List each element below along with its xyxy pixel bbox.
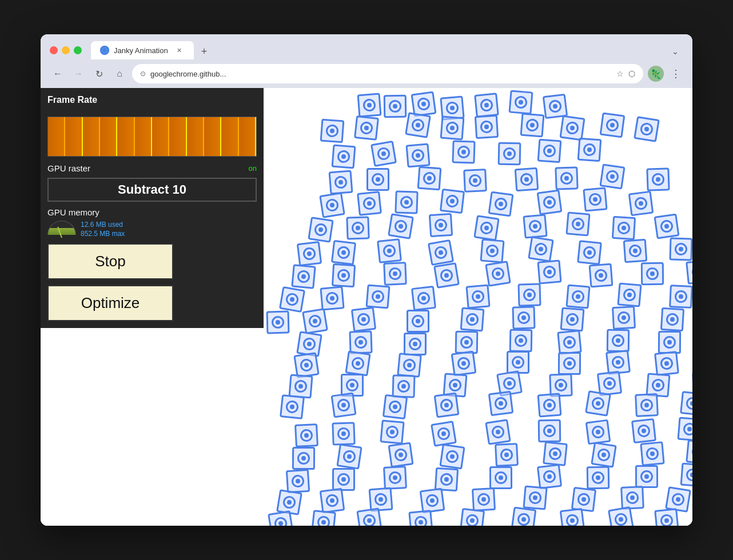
- chrome-icon-10: [440, 116, 465, 141]
- chrome-icon-78: [351, 307, 376, 332]
- chrome-icon-59: [383, 262, 407, 286]
- bar-4: [100, 117, 117, 156]
- frame-rate-chart: 14.4 fps: [47, 117, 257, 157]
- bar-7: [152, 117, 169, 156]
- chrome-icon-118: [330, 392, 356, 418]
- chrome-icon-68: [365, 284, 390, 309]
- svg-point-1: [103, 49, 106, 52]
- tab-title: Janky Animation: [114, 46, 168, 55]
- chrome-icon-127: [332, 422, 355, 445]
- home-button[interactable]: ⌂: [111, 66, 128, 82]
- chrome-icon-133: [631, 418, 656, 443]
- chrome-icon-15: [634, 116, 660, 142]
- chrome-icon-117: [280, 394, 305, 419]
- chrome-icon-130: [485, 419, 511, 445]
- chrome-icon-141: [591, 442, 617, 468]
- address-bar[interactable]: ⊙ googlechrome.github... ☆ ⬡: [132, 64, 643, 83]
- tab-favicon: [100, 46, 109, 55]
- bar-3: [83, 117, 100, 156]
- forward-button[interactable]: →: [70, 66, 86, 82]
- chrome-icon-54: [577, 240, 602, 265]
- active-tab[interactable]: Janky Animation ✕: [91, 41, 194, 59]
- bookmark-icon[interactable]: ☆: [616, 69, 624, 78]
- chrome-icon-5: [508, 90, 533, 114]
- chrome-icon-27: [515, 167, 539, 192]
- bar-8: [169, 117, 186, 156]
- chrome-icon-158: [523, 485, 547, 510]
- chrome-icon-52: [480, 238, 504, 263]
- traffic-lights: [50, 46, 82, 54]
- chrome-icon-0: [357, 93, 382, 118]
- chrome-icon-90: [455, 331, 479, 354]
- chrome-icon-170: [608, 506, 634, 526]
- chrome-icon-99: [397, 353, 422, 378]
- gauge-bg: [47, 221, 76, 235]
- memory-max: 852.5 MB max: [81, 230, 125, 238]
- chrome-icon-171: [654, 508, 679, 526]
- chrome-icon-57: [291, 264, 316, 289]
- chrome-icon-149: [537, 464, 562, 489]
- stop-button[interactable]: Stop: [47, 243, 173, 279]
- close-button[interactable]: [50, 46, 58, 54]
- chrome-icon-19: [452, 140, 475, 163]
- chrome-icon-169: [560, 508, 585, 526]
- chrome-icon-76: [266, 311, 290, 334]
- extensions-icon[interactable]: ⬡: [628, 69, 635, 78]
- new-tab-button[interactable]: +: [196, 43, 212, 59]
- chrome-icon-32: [357, 191, 382, 216]
- chrome-icon-145: [332, 468, 355, 491]
- stop-label: Stop: [95, 253, 126, 270]
- tab-dropdown-button[interactable]: ⌄: [667, 43, 683, 59]
- chrome-icon-37: [583, 187, 607, 211]
- chrome-icon-45: [565, 211, 590, 236]
- minimize-button[interactable]: [62, 46, 70, 54]
- chrome-icon-73: [617, 282, 642, 307]
- maximize-button[interactable]: [74, 46, 82, 54]
- chrome-icon-120: [434, 393, 460, 418]
- chrome-icon-62: [537, 259, 561, 284]
- chrome-icon-100: [451, 351, 477, 377]
- frame-rate-title: Frame Rate: [47, 95, 257, 105]
- chrome-icon-50: [377, 238, 402, 263]
- chrome-icon-82: [560, 307, 584, 331]
- nav-bar: ← → ↻ ⌂ ⊙ googlechrome.github... ☆ ⬡ 🦎 ⋮: [41, 59, 692, 88]
- chrome-icon-128: [380, 419, 404, 444]
- reload-button[interactable]: ↻: [91, 66, 107, 82]
- title-bar: Janky Animation ✕ + ⌄: [41, 34, 692, 59]
- profile-avatar[interactable]: 🦎: [648, 66, 664, 82]
- chrome-icon-70: [465, 284, 490, 309]
- chrome-icon-84: [660, 307, 684, 331]
- chrome-icon-71: [517, 283, 541, 306]
- chrome-icon-55: [623, 239, 648, 263]
- chrome-icon-1: [384, 95, 407, 118]
- chrome-icon-143: [686, 439, 692, 465]
- chrome-icon-29: [599, 163, 625, 189]
- chrome-icon-138: [439, 443, 465, 469]
- chrome-icon-44: [523, 214, 547, 238]
- url-text: googlechrome.github...: [150, 70, 612, 78]
- bar-12: [239, 117, 256, 156]
- chrome-icon-167: [460, 508, 485, 526]
- tab-close-button[interactable]: ✕: [175, 46, 184, 55]
- chrome-icon-79: [407, 310, 429, 333]
- chrome-icon-66: [279, 286, 305, 313]
- optimize-button[interactable]: Optimize: [47, 285, 173, 321]
- bar-2: [65, 117, 82, 156]
- chrome-icon-49: [331, 240, 356, 265]
- chrome-icon-18: [405, 143, 430, 167]
- menu-button[interactable]: ⋮: [668, 65, 683, 82]
- chrome-icon-23: [329, 170, 353, 195]
- chrome-icon-136: [336, 443, 362, 469]
- back-button[interactable]: ←: [50, 66, 66, 82]
- bar-10: [204, 117, 221, 156]
- chrome-icon-56: [669, 237, 692, 261]
- chrome-icon-16: [331, 144, 356, 169]
- chrome-icon-9: [405, 112, 431, 138]
- tab-bar: Janky Animation ✕ + ⌄: [91, 41, 683, 59]
- chrome-icon-122: [537, 393, 562, 418]
- chrome-icon-160: [620, 486, 644, 510]
- chrome-icon-142: [640, 441, 664, 466]
- chrome-icon-94: [658, 331, 681, 354]
- chrome-icon-8: [354, 115, 379, 141]
- chrome-icon-123: [585, 390, 611, 417]
